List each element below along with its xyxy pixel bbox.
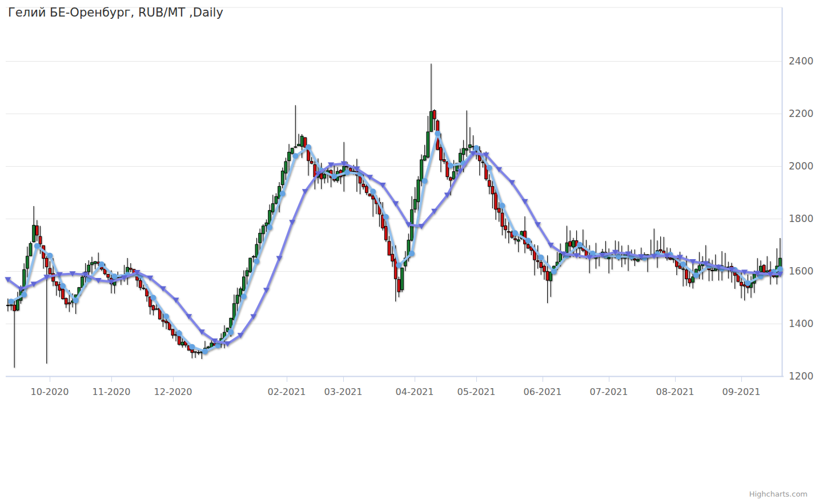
ma-slow-point[interactable] — [276, 256, 283, 261]
ma-fast-series[interactable] — [8, 131, 782, 354]
candle-up[interactable] — [298, 134, 300, 146]
candle-down[interactable] — [35, 220, 38, 241]
candle-down[interactable] — [294, 105, 297, 148]
candle-up[interactable] — [452, 160, 455, 180]
candle-up[interactable] — [430, 64, 433, 132]
ma-fast-point[interactable] — [512, 230, 518, 236]
candle-up[interactable] — [33, 206, 35, 243]
candle-down[interactable] — [368, 193, 371, 196]
candle-down[interactable] — [659, 236, 662, 253]
ma-fast-point[interactable] — [396, 263, 402, 268]
candle-up[interactable] — [468, 127, 471, 153]
candle-down[interactable] — [129, 263, 132, 272]
ma-fast-point[interactable] — [409, 251, 415, 256]
candle-up[interactable] — [29, 241, 32, 256]
candle-up[interactable] — [10, 304, 13, 310]
ma-fast-point[interactable] — [34, 243, 40, 249]
ma-fast-point[interactable] — [383, 214, 389, 220]
candle-up[interactable] — [517, 236, 520, 252]
ma-fast-point[interactable] — [189, 344, 195, 350]
ma-slow-point[interactable] — [289, 220, 295, 225]
candle-down[interactable] — [359, 174, 362, 194]
candle-up[interactable] — [549, 272, 552, 297]
candle-up[interactable] — [26, 247, 29, 277]
candle-up[interactable] — [94, 261, 97, 269]
candle-down[interactable] — [13, 300, 16, 368]
ma-fast-point[interactable] — [150, 295, 156, 300]
candle-up[interactable] — [608, 248, 611, 273]
candle-up[interactable] — [197, 350, 200, 354]
candle-up[interactable] — [300, 134, 303, 158]
candle-down[interactable] — [730, 263, 733, 282]
candle-up[interactable] — [275, 193, 278, 204]
candle-up[interactable] — [265, 220, 268, 232]
candle-up[interactable] — [611, 252, 613, 270]
candle-down[interactable] — [171, 329, 174, 338]
candle-up[interactable] — [750, 276, 753, 298]
ma-fast-point[interactable] — [292, 153, 298, 159]
ma-fast-point[interactable] — [422, 178, 428, 184]
candle-down[interactable] — [704, 245, 707, 263]
candle-down[interactable] — [330, 170, 332, 187]
candle-up[interactable] — [291, 148, 294, 155]
ma-fast-point[interactable] — [60, 283, 66, 289]
ma-fast-point[interactable] — [306, 144, 311, 150]
candle-down[interactable] — [495, 188, 497, 220]
ma-fast-point[interactable] — [370, 188, 376, 194]
ma-fast-point[interactable] — [47, 253, 53, 259]
ma-slow-point[interactable] — [302, 189, 308, 194]
ma-fast-point[interactable] — [577, 242, 583, 248]
candle-up[interactable] — [413, 187, 416, 213]
ma-fast-point[interactable] — [176, 330, 182, 336]
candle-down[interactable] — [433, 109, 436, 130]
candle-down[interactable] — [388, 236, 391, 256]
ma-fast-point[interactable] — [616, 253, 621, 259]
candle-down[interactable] — [724, 253, 726, 268]
candle-down[interactable] — [45, 256, 48, 364]
ma-fast-point[interactable] — [448, 163, 453, 168]
candle-down[interactable] — [65, 297, 67, 308]
ma-fast-point[interactable] — [680, 261, 686, 267]
candle-down[interactable] — [540, 259, 543, 275]
candlestick-series[interactable] — [7, 64, 782, 368]
candle-up[interactable] — [423, 145, 426, 161]
candle-up[interactable] — [776, 248, 778, 284]
candle-down[interactable] — [711, 260, 714, 281]
candle-up[interactable] — [624, 253, 627, 264]
candle-down[interactable] — [339, 169, 342, 184]
candle-down[interactable] — [391, 246, 394, 267]
candle-down[interactable] — [504, 219, 507, 239]
candle-down[interactable] — [365, 184, 368, 195]
ma-fast-point[interactable] — [163, 313, 169, 319]
candle-up[interactable] — [343, 142, 346, 192]
candle-down[interactable] — [314, 159, 316, 189]
ma-fast-point[interactable] — [745, 280, 750, 286]
ma-fast-point[interactable] — [254, 259, 259, 264]
candle-down[interactable] — [194, 352, 197, 358]
ma-fast-point[interactable] — [112, 273, 118, 279]
candle-down[interactable] — [488, 174, 491, 194]
candle-down[interactable] — [307, 147, 310, 176]
ma-fast-point[interactable] — [473, 145, 479, 151]
candle-up[interactable] — [16, 292, 19, 311]
candle-up[interactable] — [249, 257, 252, 272]
candle-up[interactable] — [427, 116, 429, 158]
candle-up[interactable] — [284, 158, 287, 180]
candle-up[interactable] — [242, 270, 245, 291]
ma-fast-point[interactable] — [331, 174, 337, 179]
ma-fast-point[interactable] — [8, 299, 14, 304]
candle-down[interactable] — [55, 281, 58, 296]
ma-fast-point[interactable] — [499, 203, 505, 208]
candle-down[interactable] — [62, 288, 65, 299]
candle-down[interactable] — [501, 208, 504, 235]
candle-down[interactable] — [310, 157, 313, 164]
candle-up[interactable] — [126, 258, 129, 285]
ma-fast-point[interactable] — [487, 165, 492, 171]
candle-up[interactable] — [281, 167, 284, 188]
ma-fast-point[interactable] — [73, 297, 79, 303]
ma-fast-point[interactable] — [525, 237, 531, 243]
candle-down[interactable] — [398, 277, 400, 297]
ma-fast-point[interactable] — [777, 266, 783, 272]
ma-fast-point[interactable] — [99, 261, 105, 267]
ma-fast-point[interactable] — [280, 191, 286, 196]
